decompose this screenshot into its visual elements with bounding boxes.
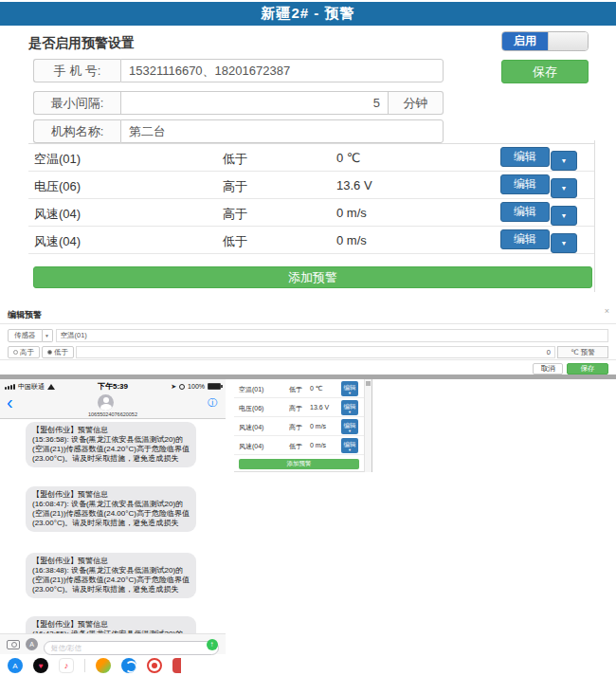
sms-title: 【盟创伟业】预警信息 [32, 557, 190, 566]
table-row: 风速(04) 高于 0 m/s 编辑 ▼ [28, 199, 594, 227]
battery-icon [208, 383, 221, 390]
mini-panel-corner-icon [366, 381, 371, 386]
cancel-button[interactable]: 取消 [533, 363, 563, 375]
status-bar: 中国联通 下午5:39 ➤ 100% [0, 379, 226, 393]
min-interval-input[interactable] [120, 91, 389, 115]
app-store-icon[interactable]: A [8, 658, 23, 673]
mini-table-row: 空温(01) 低于 0 ℃ 编辑▼ [234, 379, 364, 398]
edit-button[interactable]: 编辑 [500, 174, 550, 194]
edit-dropdown-caret-icon[interactable]: ▼ [551, 151, 577, 171]
add-warning-button[interactable]: 添加预警 [239, 459, 359, 469]
org-name-input[interactable] [120, 119, 444, 143]
sensor-dropdown-button[interactable]: 传感器 [8, 329, 43, 342]
sms-bubble: 【盟创伟业】预警信息 (15:36:58): 设备(黑龙江依安县低温测试20)的… [26, 422, 196, 467]
edit-dropdown-caret-icon[interactable]: ▼ [551, 233, 577, 253]
edit-dropdown-caret-icon[interactable]: ▼ [341, 410, 358, 414]
threshold-value: 0 ℃ [310, 385, 323, 393]
radio-below-label: 低于 [54, 348, 68, 357]
table-row: 风速(04) 低于 0 m/s 编辑 ▼ [28, 227, 594, 254]
close-icon[interactable]: × [605, 306, 609, 316]
threshold-value: 0 m/s [336, 206, 367, 220]
message-input[interactable] [44, 641, 219, 655]
sensor-name: 电压(06) [34, 178, 81, 195]
edit-warning-modal: 编辑预警 × 传感器 ▼ 高于 低于 ℃ 预警 取消 保存 [0, 305, 616, 375]
partial-app-icon[interactable] [172, 658, 181, 673]
back-chevron-icon[interactable]: ‹ [7, 393, 13, 411]
edit-dropdown-caret-icon[interactable]: ▼ [551, 206, 577, 226]
red-app-icon[interactable] [147, 658, 162, 673]
save-button[interactable]: 保存 [501, 60, 589, 83]
send-arrow-icon[interactable]: ↑ [207, 639, 218, 650]
music-app-icon[interactable]: ♪ [59, 658, 74, 673]
edit-dropdown-caret-icon[interactable]: ▼ [551, 178, 577, 198]
sms-bubble: 【盟创伟业】预警信息 (16:08:47): 设备(黑龙江依安县低温测试20)的… [26, 486, 196, 532]
sms-body: (15:36:58): 设备(黑龙江依安县低温测试20)的(空温(21))传感器… [32, 435, 190, 464]
enable-warning-label: 是否启用预警设置 [28, 35, 135, 52]
mini-table-row: 电压(06) 高于 13.6 V 编辑▼ [234, 398, 364, 417]
browser-app-icon[interactable] [121, 658, 136, 673]
edit-button[interactable]: 编辑 [500, 147, 550, 167]
sensor-name: 风速(04) [239, 442, 263, 451]
condition-label: 低于 [289, 442, 302, 451]
mini-warning-panel: 空温(01) 低于 0 ℃ 编辑▼ 电压(06) 高于 13.6 V 编辑▼ 风… [234, 379, 364, 472]
threshold-value: 0 m/s [310, 442, 326, 448]
toggle-on-label: 启用 [502, 32, 548, 50]
sms-title: 【盟创伟业】预警信息 [32, 620, 190, 630]
info-icon[interactable]: ⓘ [208, 396, 217, 410]
phone-number-input[interactable] [120, 59, 444, 82]
sms-body: (16:38:48): 设备(黑龙江依安县低温测试20)的(空温(21))传感器… [32, 566, 190, 594]
edit-dropdown-caret-icon[interactable]: ▼ [341, 448, 358, 452]
sensor-dropdown-caret-icon[interactable]: ▼ [43, 329, 53, 342]
camera-icon[interactable] [7, 640, 20, 649]
condition-label: 高于 [223, 178, 247, 195]
radio-below[interactable]: 低于 [42, 346, 74, 358]
edit-button[interactable]: 编辑▼ [341, 438, 358, 453]
radio-below-dot-icon [47, 350, 52, 355]
sensor-name: 电压(06) [239, 404, 263, 413]
sms-bubble: 【盟创伟业】预警信息 (16:38:48): 设备(黑龙江依安县低温测试20)的… [26, 553, 196, 598]
warning-rules-table: 空温(01) 低于 0 ℃ 编辑 ▼ 电压(06) 高于 13.6 V 编辑 ▼… [28, 143, 594, 254]
threshold-value: 0 ℃ [336, 151, 360, 165]
edit-button[interactable]: 编辑▼ [341, 419, 358, 434]
mini-table-row: 风速(04) 高于 0 m/s 编辑▼ [234, 417, 364, 436]
radio-above-label: 高于 [20, 348, 34, 357]
add-warning-button[interactable]: 添加预警 [33, 266, 592, 288]
condition-label: 高于 [289, 423, 302, 432]
threshold-value: 13.6 V [336, 178, 372, 192]
page-title: 新疆2# - 预警 [0, 2, 616, 26]
minutes-unit-label: 分钟 [389, 91, 444, 115]
sensor-name: 风速(04) [239, 423, 263, 432]
edit-button[interactable]: 编辑▼ [341, 400, 358, 415]
imessage-apps-icon[interactable]: A [26, 638, 38, 650]
message-composer: A ↑ [0, 633, 226, 654]
colorful-app-icon[interactable] [96, 658, 111, 673]
phone-chrome: 中国联通 下午5:39 ➤ 100% ‹ 10655024076620052 ⓘ [0, 379, 226, 419]
condition-label: 低于 [289, 385, 302, 394]
edit-button[interactable]: 编辑 [500, 229, 550, 249]
sensor-value-input[interactable] [56, 329, 609, 342]
org-name-field-group: 机构名称: [33, 119, 444, 143]
edit-button[interactable]: 编辑▼ [341, 381, 358, 396]
radio-above[interactable]: 高于 [8, 346, 40, 358]
org-name-label: 机构名称: [33, 119, 120, 143]
condition-label: 高于 [289, 404, 302, 413]
sms-title: 【盟创伟业】预警信息 [32, 426, 190, 435]
panel-right-border [594, 140, 595, 292]
unit-addon-label: ℃ 预警 [557, 346, 608, 358]
avatar[interactable] [98, 394, 114, 411]
black-music-app-icon[interactable]: ♥ [33, 658, 48, 673]
edit-button[interactable]: 编辑 [500, 202, 550, 222]
threshold-input[interactable] [76, 346, 555, 358]
threshold-value: 0 m/s [310, 423, 326, 429]
sensor-select-row: 传感器 ▼ [8, 329, 608, 342]
sensor-name: 空温(01) [34, 151, 81, 168]
edit-dropdown-caret-icon[interactable]: ▼ [341, 429, 358, 433]
sms-title: 【盟创伟业】预警信息 [32, 490, 190, 500]
scrollbar[interactable] [364, 379, 372, 472]
toggle-slider[interactable] [548, 32, 588, 50]
condition-label: 低于 [223, 151, 247, 168]
modal-save-button[interactable]: 保存 [567, 363, 608, 375]
edit-dropdown-caret-icon[interactable]: ▼ [341, 391, 358, 395]
enable-toggle[interactable]: 启用 [501, 31, 589, 51]
radio-above-dot-icon [13, 350, 18, 355]
